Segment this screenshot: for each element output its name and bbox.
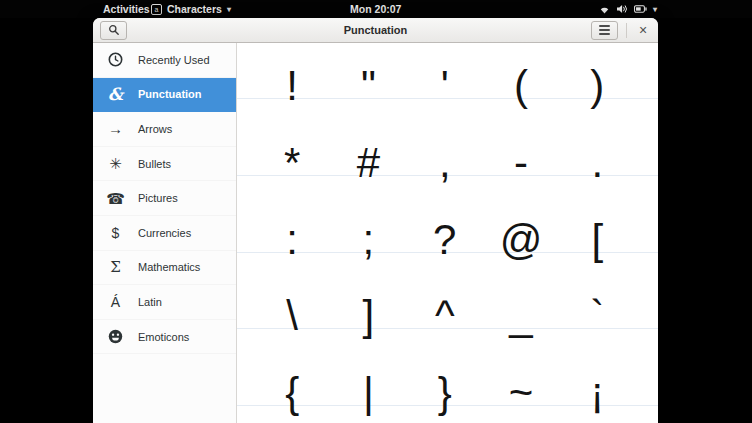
characters-window: Punctuation × [93,18,658,423]
smiley-icon [106,329,125,344]
a-acute-icon: Á [106,295,125,309]
clock-button[interactable]: Mon 20:07 [350,0,401,18]
sigma-icon: Σ [106,260,125,275]
ampersand-icon: & [106,86,125,103]
right-arrow-icon: → [106,121,125,136]
search-icon [108,24,120,36]
char-cell[interactable]: ¡ [559,329,635,405]
char-glyph: @ [500,219,543,261]
sidebar-item-bullets[interactable]: ✳ Bullets [93,147,236,182]
char-cell[interactable]: ^ [407,253,483,328]
hamburger-menu-icon [599,29,610,31]
char-glyph: ^ [435,295,455,337]
char-cell[interactable]: , [407,99,483,175]
character-grid: ! " ' ( ) * # , - . : ; ? @ [237,43,658,423]
app-menu-label: Characters [167,3,222,15]
volume-icon [616,4,628,14]
clock-label: Mon 20:07 [350,3,401,15]
sidebar-item-label: Recently Used [138,54,210,66]
category-sidebar: Recently Used & Punctuation → Arrows ✳ B… [93,43,237,423]
sidebar-item-label: Emoticons [138,331,189,343]
char-cell[interactable]: ; [330,176,406,252]
activities-button[interactable]: Activities [103,0,150,18]
sidebar-item-emoticons[interactable]: Emoticons [93,320,236,355]
char-cell[interactable]: _ [483,253,559,328]
grid-row: ! " ' ( ) [237,43,658,99]
char-cell[interactable]: } [407,329,483,405]
char-cell[interactable]: ' [407,43,483,98]
char-glyph: | [363,372,374,414]
app-menu-button[interactable]: a Characters ▾ [151,0,231,18]
sidebar-item-mathematics[interactable]: Σ Mathematics [93,251,236,286]
sidebar-item-pictures[interactable]: ☎ Pictures [93,181,236,216]
char-cell[interactable]: . [559,99,635,175]
battery-icon [634,5,647,13]
char-cell[interactable]: ) [559,43,635,98]
char-cell[interactable]: { [254,329,330,405]
search-button[interactable] [100,21,127,40]
sidebar-item-label: Punctuation [138,88,202,100]
grid-row: { | } ~ ¡ [237,329,658,406]
window-title: Punctuation [93,24,658,36]
char-cell[interactable]: # [330,99,406,175]
telephone-icon: ☎ [106,191,125,206]
grid-row: \ ] ^ _ ` [237,253,658,329]
char-glyph: ~ [509,372,534,414]
char-cell[interactable]: ( [483,43,559,98]
char-glyph: ` [590,295,604,337]
char-glyph: ; [363,219,375,261]
char-cell[interactable]: \ [254,253,330,328]
char-glyph: * [284,142,300,184]
char-glyph: _ [509,295,532,337]
sidebar-item-latin[interactable]: Á Latin [93,285,236,320]
close-button[interactable]: × [635,21,651,40]
char-cell[interactable]: | [330,329,406,405]
header-right-controls: × [591,21,651,40]
char-cell[interactable]: @ [483,176,559,252]
char-cell[interactable]: " [330,43,406,98]
header-bar: Punctuation × [93,18,658,43]
char-glyph: : [286,219,298,261]
char-glyph: - [514,142,528,184]
sidebar-item-label: Currencies [138,227,191,239]
wifi-icon [599,5,610,14]
char-cell[interactable]: ] [330,253,406,328]
asterisk-icon: ✳ [106,156,125,171]
char-glyph: ! [286,65,298,107]
char-glyph: " [361,65,376,107]
char-cell[interactable]: ? [407,176,483,252]
char-glyph: ) [590,65,604,107]
sidebar-item-punctuation[interactable]: & Punctuation [93,78,236,113]
sidebar-item-arrows[interactable]: → Arrows [93,112,236,147]
char-glyph: ( [514,65,528,107]
sidebar-item-label: Arrows [138,123,172,135]
characters-app-icon: a [151,4,162,15]
system-status-area[interactable]: ▾ [599,0,657,18]
sidebar-item-recently-used[interactable]: Recently Used [93,43,236,78]
char-cell[interactable]: - [483,99,559,175]
grid-row: : ; ? @ [ [237,176,658,253]
char-cell[interactable]: ! [254,43,330,98]
dollar-icon: $ [106,226,125,240]
char-glyph: ' [441,65,449,107]
char-glyph: \ [286,295,298,337]
char-glyph: # [357,142,380,184]
char-cell[interactable]: ` [559,253,635,328]
char-glyph: ] [363,295,375,337]
sidebar-item-currencies[interactable]: $ Currencies [93,216,236,251]
sidebar-item-label: Mathematics [138,261,200,273]
char-glyph: } [438,372,452,414]
char-cell[interactable]: : [254,176,330,252]
sidebar-item-label: Bullets [138,158,171,170]
char-cell[interactable]: ~ [483,329,559,405]
grid-row: * # , - . [237,99,658,176]
activities-label: Activities [103,3,150,15]
char-cell[interactable]: [ [559,176,635,252]
close-icon: × [639,22,647,38]
menu-button[interactable] [591,21,618,40]
caret-down-icon: ▾ [227,5,231,14]
char-cell[interactable]: * [254,99,330,175]
caret-down-icon: ▾ [653,5,657,14]
char-glyph: ? [433,219,456,261]
clock-icon [106,52,125,67]
